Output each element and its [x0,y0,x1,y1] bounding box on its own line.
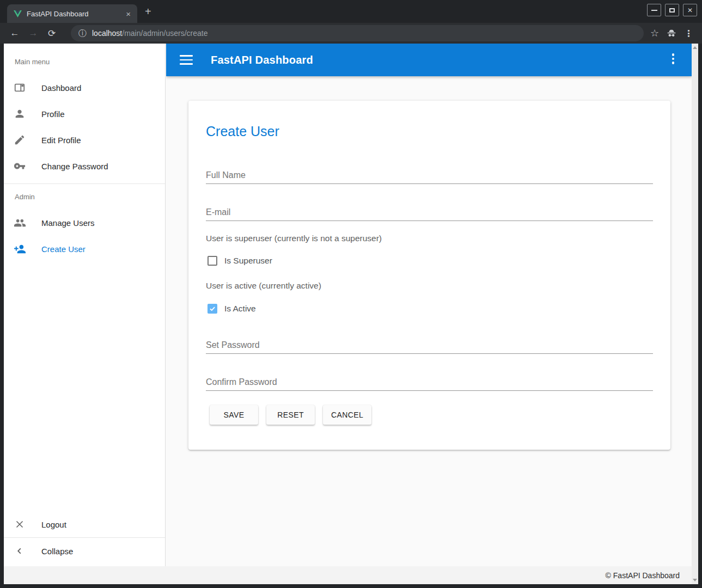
person-icon [13,107,26,120]
url-path: /main/admin/users/create [122,29,207,38]
create-user-card: Create User User is superuser (currently… [188,101,670,450]
browser-toolbar: ← → ⟳ ⓘ localhost/main/admin/users/creat… [0,23,702,44]
person-add-icon [13,242,26,255]
page-scrollbar[interactable] [692,44,698,584]
pencil-icon [13,133,26,146]
sidebar-item-change-password[interactable]: Change Password [4,153,165,179]
window-close-button[interactable]: ✕ [683,4,697,16]
checkbox-label: Is Superuser [224,256,272,266]
tab-strip: FastAPI Dashboard × + ✕ [0,0,702,23]
sidebar-item-dashboard[interactable]: Dashboard [4,75,165,101]
dashboard-icon [13,81,26,94]
cancel-button[interactable]: CANCEL [323,405,371,425]
sidebar-item-profile[interactable]: Profile [4,101,165,127]
save-button[interactable]: SAVE [210,405,258,425]
minimize-icon [651,10,657,11]
window-maximize-button[interactable] [665,4,679,16]
scrollbar-up-arrow-icon[interactable] [693,46,697,49]
sidebar-item-label: Change Password [41,162,108,171]
close-x-icon [13,518,26,531]
browser-tab[interactable]: FastAPI Dashboard × [7,4,137,23]
vue-logo-icon [14,10,22,17]
is-active-checkbox[interactable] [207,304,217,314]
browser-menu-kebab-icon[interactable]: ⋮ [684,28,693,39]
new-tab-button[interactable]: + [145,5,151,18]
email-input[interactable] [206,204,653,221]
window-controls: ✕ [647,4,697,16]
is-superuser-checkbox[interactable] [207,256,217,266]
main-area: FastAPI Dashboard Create User User is su… [166,44,692,566]
site-info-icon[interactable]: ⓘ [78,28,87,39]
page-title: Create User [206,101,653,139]
back-icon[interactable]: ← [9,28,21,39]
active-note: User is active (currently active) [206,281,653,291]
full-name-input[interactable] [206,167,653,184]
sidebar-item-logout[interactable]: Logout [4,511,165,537]
key-icon [13,160,26,173]
is-superuser-checkbox-row[interactable]: Is Superuser [206,256,653,266]
form-actions: SAVE RESET CANCEL [206,405,653,425]
people-icon [13,216,26,229]
maximize-icon [669,8,675,13]
sidebar-item-create-user[interactable]: Create User [4,236,165,262]
sidebar-item-collapse[interactable]: Collapse [4,538,165,564]
forward-icon[interactable]: → [27,28,39,39]
reload-icon[interactable]: ⟳ [46,28,58,39]
url-bar[interactable]: ⓘ localhost/main/admin/users/create [71,25,644,41]
bookmark-star-icon[interactable]: ☆ [650,27,659,39]
sidebar-section-main-menu: Main menu [4,58,165,66]
checkbox-label: Is Active [224,304,256,314]
sidebar-item-label: Edit Profile [41,136,81,145]
confirm-password-input[interactable] [206,373,653,391]
sidebar-item-manage-users[interactable]: Manage Users [4,210,165,236]
chevron-left-icon [13,544,26,558]
sidebar-item-label: Collapse [41,547,73,556]
browser-window: FastAPI Dashboard × + ✕ ← → ⟳ ⓘ localhos… [0,0,702,588]
superuser-note: User is superuser (currently is not a su… [206,234,653,243]
sidebar: Main menu Dashboard Profile [4,44,166,566]
copyright-text: © FastAPI Dashboard [606,571,680,580]
hamburger-menu-icon[interactable] [180,55,193,65]
window-minimize-button[interactable] [647,4,661,16]
sidebar-item-edit-profile[interactable]: Edit Profile [4,127,165,153]
app-menu-kebab-icon[interactable] [672,53,675,64]
set-password-input[interactable] [206,336,653,354]
sidebar-item-label: Create User [41,244,86,254]
reset-button[interactable]: RESET [266,405,315,425]
sidebar-item-label: Logout [41,520,66,529]
close-icon: ✕ [687,7,693,14]
sidebar-item-label: Manage Users [41,218,95,228]
toolbar-right: ☆ ⋮ [650,27,693,39]
incognito-icon [666,28,677,39]
sidebar-bottom: Logout Collapse [4,511,165,564]
is-active-checkbox-row[interactable]: Is Active [206,304,653,314]
sidebar-item-label: Profile [41,109,65,119]
url-host: localhost [92,29,122,38]
page-footer: © FastAPI Dashboard [4,566,698,584]
url-text: localhost/main/admin/users/create [92,29,207,38]
scrollbar-down-arrow-icon[interactable] [693,579,697,581]
app-title: FastAPI Dashboard [211,54,313,66]
tab-title: FastAPI Dashboard [27,10,121,18]
app-header: FastAPI Dashboard [166,44,692,76]
tab-close-icon[interactable]: × [126,10,131,18]
sidebar-section-admin: Admin [4,193,165,201]
sidebar-item-label: Dashboard [41,83,81,93]
sidebar-divider [4,183,165,184]
checkmark-icon [209,305,216,313]
page: Main menu Dashboard Profile [4,44,698,584]
